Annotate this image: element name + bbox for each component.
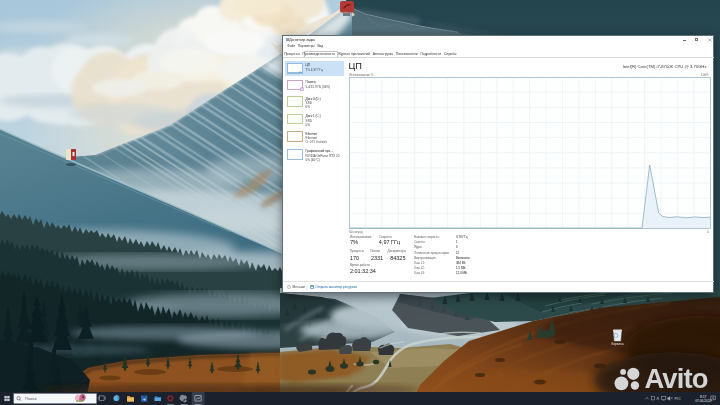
svg-text:Поиск: Поиск bbox=[25, 396, 37, 401]
svg-text:РУС: РУС bbox=[675, 397, 682, 401]
svg-text:Корзина: Корзина bbox=[611, 342, 623, 346]
svg-text:+: + bbox=[143, 397, 146, 402]
svg-text:8:17: 8:17 bbox=[700, 395, 707, 399]
svg-text:07.06.2024: 07.06.2024 bbox=[695, 399, 711, 403]
svg-text:Avito: Avito bbox=[645, 363, 708, 394]
